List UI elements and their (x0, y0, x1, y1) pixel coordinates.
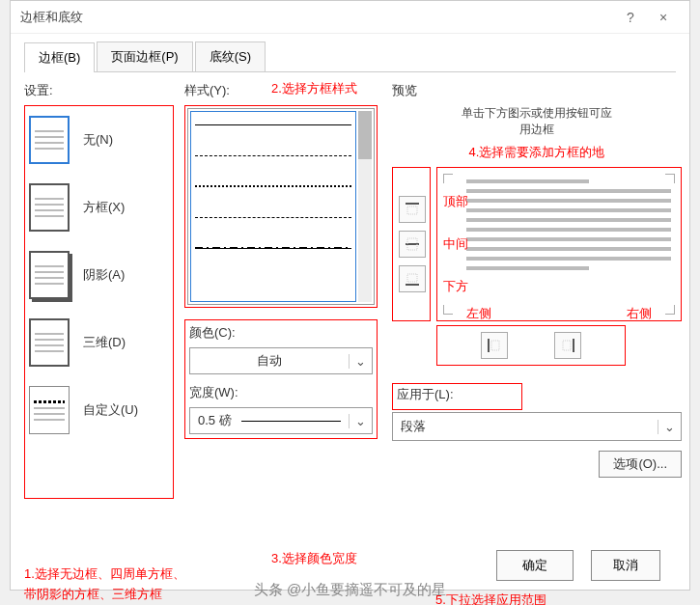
dialog-body: 设置: 无(N) 方框(X) 阴影(A) 三维(D) (11, 72, 689, 541)
chevron-down-icon[interactable]: ⌄ (658, 420, 681, 434)
tab-page-border[interactable]: 页面边框(P) (97, 41, 192, 71)
border-left-button[interactable] (481, 332, 508, 359)
svg-rect-7 (491, 341, 499, 350)
style-scrollbar[interactable] (358, 111, 372, 302)
label-top: 顶部 (443, 193, 468, 210)
apply-to-combo[interactable]: 段落 ⌄ (392, 412, 682, 441)
apply-label: 应用于(L): (397, 386, 518, 403)
setting-none[interactable]: 无(N) (29, 116, 169, 164)
svg-rect-9 (563, 341, 571, 350)
border-bottom-button[interactable] (399, 265, 426, 292)
setting-shadow[interactable]: 阴影(A) (29, 251, 169, 299)
label-middle: 中间 (443, 235, 468, 253)
preview-side-buttons (392, 167, 431, 321)
chevron-down-icon[interactable]: ⌄ (349, 414, 372, 428)
settings-label: 设置: (24, 82, 174, 99)
setting-box[interactable]: 方框(X) (29, 183, 169, 232)
preview-canvas[interactable]: 顶部 中间 下方 左侧 右侧 (436, 167, 682, 321)
options-button[interactable]: 选项(O)... (599, 451, 682, 478)
tab-strip: 边框(B) 页面边框(P) 底纹(S) (24, 41, 676, 72)
tab-shading[interactable]: 底纹(S) (195, 41, 266, 71)
chevron-down-icon[interactable]: ⌄ (349, 354, 372, 369)
watermark: 头条 @小鱼要摘遥不可及的星 (0, 581, 700, 599)
preview-hint: 单击下方图示或使用按钮可应用边框 (392, 105, 682, 138)
cancel-button[interactable]: 取消 (591, 550, 660, 581)
annotation-4: 4.选择需要添加方框的地 (392, 144, 682, 161)
close-icon[interactable]: × (647, 10, 680, 25)
style-listbox[interactable] (187, 108, 375, 305)
borders-shading-dialog: 边框和底纹 ? × 边框(B) 页面边框(P) 底纹(S) 设置: 无(N) 方… (10, 0, 690, 591)
label-bottom: 下方 (443, 278, 468, 295)
annotation-2: 2.选择方框样式 (271, 80, 357, 97)
border-middle-button[interactable] (399, 231, 426, 258)
help-icon[interactable]: ? (614, 10, 647, 25)
color-combo[interactable]: 自动 ⌄ (189, 347, 373, 374)
dialog-title: 边框和底纹 (20, 9, 83, 26)
border-top-button[interactable] (399, 196, 426, 223)
label-left: 左侧 (466, 305, 491, 322)
width-label: 宽度(W): (189, 384, 373, 401)
border-right-button[interactable] (554, 332, 581, 359)
tab-border[interactable]: 边框(B) (24, 42, 95, 72)
annotation-3: 3.选择颜色宽度 (271, 550, 357, 567)
width-combo[interactable]: 0.5 磅 ⌄ (189, 407, 373, 434)
settings-list: 无(N) 方框(X) 阴影(A) 三维(D) 自定义(U) (24, 105, 174, 499)
ok-button[interactable]: 确定 (496, 550, 574, 581)
preview-label: 预览 (392, 82, 682, 99)
titlebar: 边框和底纹 ? × (11, 1, 689, 34)
color-label: 颜色(C): (189, 324, 373, 342)
svg-rect-1 (407, 206, 417, 214)
setting-custom[interactable]: 自定义(U) (29, 386, 169, 434)
label-right: 右侧 (627, 305, 652, 322)
setting-3d[interactable]: 三维(D) (29, 318, 169, 367)
svg-rect-5 (407, 274, 417, 282)
